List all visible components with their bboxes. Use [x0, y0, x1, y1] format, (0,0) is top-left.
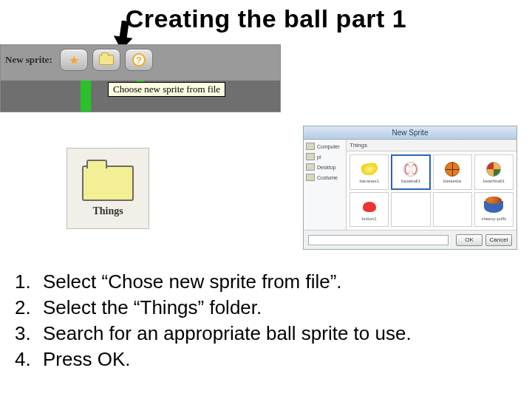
sidebar-item[interactable]: Costume — [306, 174, 344, 181]
star-icon: ★ — [69, 53, 79, 67]
tooltip: Choose new sprite from file — [108, 82, 225, 97]
drive-icon — [306, 163, 315, 171]
file-item[interactable]: button1 — [349, 192, 389, 228]
page-title: Creating the ball part 1 — [0, 0, 532, 33]
folder-icon — [82, 166, 134, 201]
sidebar-item[interactable]: Desktop — [306, 163, 344, 171]
basketball-icon — [445, 162, 460, 177]
instructions-list: 1.Select “Chose new sprite from file”.2.… — [15, 269, 412, 372]
stage-strip: Choose new sprite from file — [1, 81, 280, 112]
instruction-step: 4.Press OK. — [15, 347, 412, 372]
file-item[interactable]: basketba — [433, 154, 472, 190]
folder-icon — [99, 55, 114, 65]
file-item[interactable] — [433, 192, 472, 228]
folder-label: Things — [92, 205, 123, 217]
bananas-icon — [360, 162, 378, 177]
things-folder-tile[interactable]: Things — [66, 148, 149, 229]
file-grid: bananas1baseball1basketbabeachball1butto… — [347, 151, 516, 230]
cancel-button[interactable]: Cancel — [485, 234, 512, 246]
beachball-icon — [486, 162, 501, 177]
dialog-sidebar: Computer pi Desktop Costume — [304, 140, 347, 230]
sidebar-item[interactable]: pi — [306, 153, 344, 160]
drive-icon — [306, 153, 315, 160]
file-item[interactable]: bananas1 — [349, 154, 389, 190]
drive-icon — [306, 174, 315, 181]
file-item[interactable]: cheesy-puffs — [474, 192, 514, 228]
paint-new-sprite-button[interactable]: ★ — [60, 49, 88, 71]
surprise-sprite-button[interactable]: ? — [125, 49, 153, 71]
redblob-icon — [363, 202, 376, 212]
bowl-icon — [484, 201, 503, 213]
filename-input[interactable] — [308, 235, 449, 245]
file-item[interactable] — [391, 192, 430, 228]
file-item[interactable]: beachball1 — [474, 154, 514, 190]
dialog-path[interactable]: Things — [347, 140, 516, 151]
ok-button[interactable]: OK — [456, 234, 482, 246]
question-icon: ? — [132, 53, 146, 66]
drive-icon — [306, 143, 315, 150]
new-sprite-label: New sprite: — [5, 54, 52, 66]
new-sprite-toolbar: New sprite: ★ ? Choose new sprite from f… — [0, 44, 281, 112]
new-sprite-dialog: New Sprite Computer pi Desktop Costume T… — [303, 126, 517, 250]
file-item[interactable]: baseball1 — [391, 154, 430, 190]
dialog-title: New Sprite — [304, 126, 516, 140]
instruction-step: 1.Select “Chose new sprite from file”. — [15, 269, 412, 295]
choose-sprite-from-file-button[interactable] — [92, 49, 120, 71]
instruction-step: 3.Search for an appropriate ball sprite … — [15, 321, 412, 347]
sidebar-item[interactable]: Computer — [306, 143, 344, 150]
sprite-thumb-strip — [81, 81, 91, 112]
instruction-step: 2.Select the “Things” folder. — [15, 295, 412, 321]
baseball-icon — [403, 162, 418, 177]
